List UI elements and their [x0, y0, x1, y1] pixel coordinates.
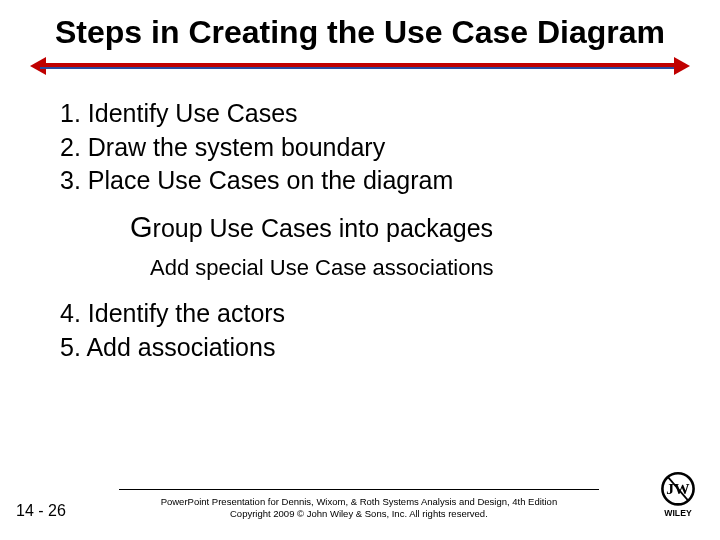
- page-number: 14 - 26: [16, 502, 66, 520]
- step-3a-initial: G: [130, 211, 153, 243]
- title-divider: [40, 59, 680, 75]
- slide-footer: 14 - 26 PowerPoint Presentation for Denn…: [0, 468, 720, 520]
- step-3a-rest: roup Use Cases into packages: [153, 214, 493, 242]
- step-3a: Group Use Cases into packages: [60, 208, 660, 247]
- divider-blue: [40, 67, 680, 69]
- wiley-logo-text: WILEY: [664, 508, 692, 518]
- slide-body: 1. Identify Use Cases 2. Draw the system…: [0, 75, 720, 365]
- slide-title: Steps in Creating the Use Case Diagram: [0, 0, 720, 53]
- footer-credit-line-2: Copyright 2009 © John Wiley & Sons, Inc.…: [82, 508, 636, 520]
- step-3b: Add special Use Case associations: [60, 253, 660, 283]
- arrow-right-icon: [674, 57, 690, 75]
- step-4: 4. Identify the actors: [60, 297, 660, 331]
- step-1: 1. Identify Use Cases: [60, 97, 660, 131]
- step-3: 3. Place Use Cases on the diagram: [60, 164, 660, 198]
- wiley-logo-icon: JW WILEY: [652, 468, 704, 520]
- footer-credits-wrap: PowerPoint Presentation for Dennis, Wixo…: [82, 489, 636, 520]
- step-5: 5. Add associations: [60, 331, 660, 365]
- footer-rule: [119, 489, 599, 490]
- step-2: 2. Draw the system boundary: [60, 131, 660, 165]
- footer-credit-line-1: PowerPoint Presentation for Dennis, Wixo…: [82, 496, 636, 508]
